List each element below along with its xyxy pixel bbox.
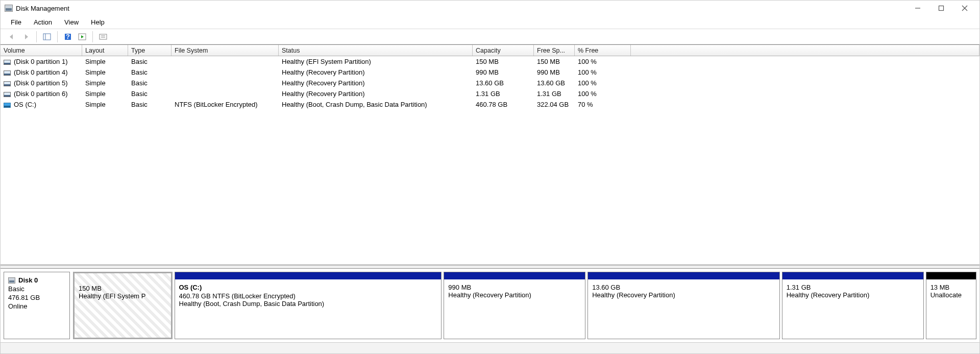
separator-icon [36,31,37,42]
cell-layout: Simple [82,58,128,65]
cell-layout: Simple [82,68,128,76]
close-button[interactable] [953,1,976,16]
disk-name: Disk 0 [18,276,38,284]
disk-status: Online [8,302,65,310]
app-icon [5,5,13,12]
toolbar: ? [1,29,979,44]
menu-file[interactable]: File [7,17,26,27]
statusbar [1,342,979,353]
col-volume[interactable]: Volume [1,45,82,56]
partition-box[interactable]: OS (C:)460.78 GB NTFS (BitLocker Encrypt… [175,272,442,339]
titlebar: Disk Management [1,1,979,16]
cell-type: Basic [128,79,172,87]
window: Disk Management File Action View Help ? … [0,0,980,354]
partition-status: Unallocate [930,291,972,299]
cell-pct: 100 % [575,79,631,87]
svg-rect-4 [43,34,51,40]
cell-capacity: 13.60 GB [473,79,534,87]
cell-free: 322.04 GB [534,101,575,108]
separator-icon [92,31,93,42]
volume-icon [4,92,11,97]
cell-pct: 100 % [575,58,631,65]
partition-status: Healthy (EFI System P [79,292,167,300]
cell-volume: (Disk 0 partition 1) [14,58,67,65]
cell-status: Healthy (Boot, Crash Dump, Basic Data Pa… [279,101,473,108]
partition-box[interactable]: 150 MBHealthy (EFI System P [73,272,173,339]
partition-stripe [444,272,585,279]
volume-icon [4,60,11,65]
cell-type: Basic [128,90,172,98]
menu-action[interactable]: Action [30,17,56,27]
action-button[interactable] [76,31,88,42]
partition-size: 150 MB [79,285,167,292]
table-row[interactable]: (Disk 0 partition 6)SimpleBasicHealthy (… [1,88,979,99]
cell-free: 13.60 GB [534,79,575,87]
minimize-button[interactable] [906,1,929,16]
partition-size: 1.31 GB [787,284,919,291]
cell-capacity: 990 MB [473,68,534,76]
partition-stripe [782,272,923,279]
maximize-button[interactable] [929,1,953,16]
cell-volume: OS (C:) [14,101,36,108]
col-pct[interactable]: % Free [575,45,631,56]
cell-fs: NTFS (BitLocker Encrypted) [172,101,279,108]
partition-size: 13.60 GB [592,284,775,291]
partition-status: Healthy (Recovery Partition) [787,291,919,299]
partition-stripe [175,272,442,279]
cell-free: 990 MB [534,68,575,76]
cell-type: Basic [128,58,172,65]
partition-name: OS (C:) [179,284,437,291]
help-button[interactable]: ? [62,31,74,42]
col-free[interactable]: Free Sp... [534,45,575,56]
cell-status: Healthy (EFI System Partition) [279,58,473,65]
menubar: File Action View Help [1,16,979,29]
col-fs[interactable]: File System [172,45,279,56]
partition-size: 13 MB [930,284,972,291]
separator-icon [57,31,58,42]
partition-stripe [588,272,779,279]
disk-type: Basic [8,285,65,293]
menu-help[interactable]: Help [87,17,109,27]
cell-pct: 70 % [575,101,631,108]
cell-free: 1.31 GB [534,90,575,98]
col-spacer [631,45,979,56]
partition-box[interactable]: 990 MBHealthy (Recovery Partition) [444,272,585,339]
refresh-button[interactable] [41,31,53,42]
partition-box[interactable]: 13.60 GBHealthy (Recovery Partition) [587,272,780,339]
col-layout[interactable]: Layout [82,45,128,56]
col-capacity[interactable]: Capacity [473,45,534,56]
svg-text:?: ? [66,33,70,40]
properties-button[interactable] [97,31,109,42]
window-title: Disk Management [16,5,69,12]
disk-info[interactable]: Disk 0 Basic 476.81 GB Online [4,272,70,339]
volume-icon [4,70,11,76]
cell-capacity: 460.78 GB [473,101,534,108]
partition-status: Healthy (Recovery Partition) [448,291,581,299]
svg-rect-9 [100,34,107,39]
partition-status: Healthy (Recovery Partition) [592,291,775,299]
back-button[interactable] [6,31,18,42]
table-row[interactable]: (Disk 0 partition 4)SimpleBasicHealthy (… [1,67,979,78]
table-row[interactable]: OS (C:)SimpleBasicNTFS (BitLocker Encryp… [1,99,979,110]
disk-icon [8,277,15,284]
forward-button[interactable] [20,31,32,42]
cell-volume: (Disk 0 partition 5) [14,79,67,87]
table-row[interactable]: (Disk 0 partition 1)SimpleBasicHealthy (… [1,56,979,67]
volume-icon [4,81,11,86]
col-status[interactable]: Status [279,45,473,56]
table-row[interactable]: (Disk 0 partition 5)SimpleBasicHealthy (… [1,78,979,88]
partition-stripe [926,272,976,279]
partition-box[interactable]: 1.31 GBHealthy (Recovery Partition) [782,272,924,339]
cell-status: Healthy (Recovery Partition) [279,79,473,87]
cell-capacity: 150 MB [473,58,534,65]
cell-layout: Simple [82,90,128,98]
partition-size: 460.78 GB NTFS (BitLocker Encrypted) [179,292,437,300]
partition-box[interactable]: 13 MBUnallocate [926,272,976,339]
cell-free: 150 MB [534,58,575,65]
volume-icon [4,103,11,108]
cell-type: Basic [128,68,172,76]
col-type[interactable]: Type [128,45,172,56]
cell-layout: Simple [82,79,128,87]
menu-view[interactable]: View [60,17,83,27]
cell-volume: (Disk 0 partition 4) [14,68,67,76]
